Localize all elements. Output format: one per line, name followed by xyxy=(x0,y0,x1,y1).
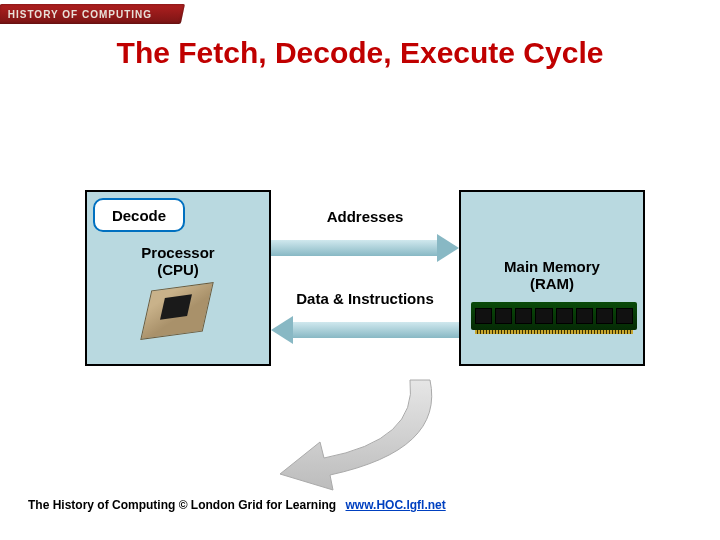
ram-box: Main Memory (RAM) xyxy=(459,190,645,366)
arrow-right-icon xyxy=(271,234,459,262)
footer-link[interactable]: www.HOC.lgfl.net xyxy=(340,498,446,512)
cpu-chip-icon xyxy=(127,286,237,356)
cpu-label: Processor (CPU) xyxy=(87,244,269,279)
footer: The History of Computing © London Grid f… xyxy=(28,498,446,512)
ram-stick-icon xyxy=(471,302,637,330)
banner-text: HISTORY OF COMPUTING xyxy=(0,9,152,20)
ram-label-line2: (RAM) xyxy=(530,275,574,292)
cycle-diagram: Decode Processor (CPU) Addresses Data & … xyxy=(85,190,645,370)
data-instructions-arrow: Data & Instructions xyxy=(271,316,459,344)
addresses-arrow: Addresses xyxy=(271,234,459,262)
cpu-label-line2: (CPU) xyxy=(157,261,199,278)
arrow-left-icon xyxy=(271,316,459,344)
addresses-label: Addresses xyxy=(271,208,459,225)
slide-title: The Fetch, Decode, Execute Cycle xyxy=(0,36,720,70)
ram-label-line1: Main Memory xyxy=(504,258,600,275)
decode-bubble: Decode xyxy=(93,198,185,232)
site-banner: HISTORY OF COMPUTING xyxy=(0,4,185,24)
cpu-label-line1: Processor xyxy=(141,244,214,261)
ram-label: Main Memory (RAM) xyxy=(461,258,643,293)
data-instructions-label: Data & Instructions xyxy=(271,290,459,307)
curved-arrow-icon xyxy=(220,370,460,510)
footer-text: The History of Computing © London Grid f… xyxy=(28,498,336,512)
cpu-box: Decode Processor (CPU) xyxy=(85,190,271,366)
